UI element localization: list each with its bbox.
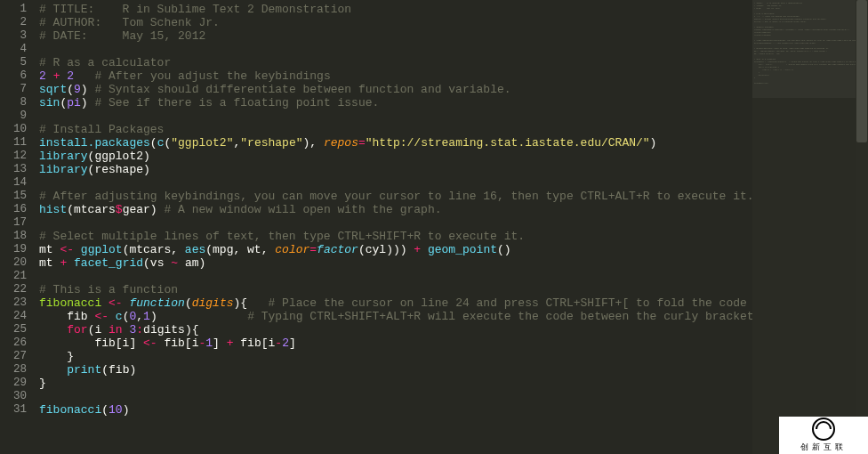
code-line[interactable]: sin(pi) # See if there is a floating poi… (39, 96, 752, 109)
watermark-logo-icon (812, 418, 835, 441)
token: (reshape) (88, 163, 150, 176)
line-number: 21 (5, 270, 27, 283)
token: <- (94, 310, 108, 323)
line-number: 11 (5, 136, 27, 150)
code-line[interactable]: mt + facet_grid(vs ~ am) (39, 256, 752, 270)
token: (vs (143, 256, 171, 270)
code-line[interactable]: # TITLE: R in Sublime Text 2 Demonstrati… (39, 3, 752, 16)
token: function (129, 296, 184, 310)
code-line[interactable]: sqrt(9) # Syntax should differentiate be… (39, 83, 752, 96)
token: <- (60, 243, 74, 256)
token: fibonacci (39, 403, 101, 417)
token: + (414, 243, 421, 256)
token: # Select multiple lines of text, then ty… (39, 230, 525, 243)
token: ) (81, 96, 95, 109)
token: ( (101, 403, 108, 417)
token: "http://streaming.stat.iastate.edu/CRAN/… (366, 136, 650, 150)
vertical-scrollbar[interactable] (856, 0, 868, 454)
token: (mtcars (67, 203, 116, 216)
code-line[interactable]: fibonacci(10) (39, 403, 752, 417)
line-number: 8 (5, 96, 27, 109)
code-line[interactable]: # R as a calculator (39, 56, 752, 69)
token: 2 (282, 336, 289, 350)
code-line[interactable]: library(reshape) (39, 163, 752, 176)
token: # Syntax should differentiate between fu… (94, 83, 510, 96)
line-number: 27 (5, 350, 27, 363)
line-number-gutter: 1234567891011121314151617181920212223242… (0, 0, 34, 454)
token: = (358, 136, 366, 150)
line-number: 31 (5, 403, 27, 417)
code-line[interactable]: # AUTHOR: Tom Schenk Jr. (39, 16, 752, 29)
scrollbar-thumb[interactable] (856, 0, 867, 142)
token: gear) (123, 203, 165, 216)
token: - (275, 336, 282, 350)
code-line[interactable]: print(fib) (39, 363, 752, 377)
token: ggplot (81, 243, 123, 256)
code-line[interactable]: # DATE: May 15, 2012 (39, 29, 752, 43)
line-number: 7 (5, 83, 27, 96)
code-line[interactable]: fibonacci <- function(digits){ # Place t… (39, 296, 752, 310)
code-line[interactable] (39, 43, 752, 56)
token: # This is a function (39, 283, 178, 296)
line-number: 15 (5, 190, 27, 203)
token: pi (67, 96, 81, 109)
line-number: 3 (5, 29, 27, 43)
code-line[interactable]: mt <- ggplot(mtcars, aes(mpg, wt, color=… (39, 243, 752, 256)
line-number: 6 (5, 69, 27, 83)
token: library (39, 150, 88, 163)
token: ){ (234, 296, 269, 310)
line-number: 30 (5, 390, 27, 403)
code-line[interactable]: } (39, 377, 752, 390)
token: , (136, 310, 143, 323)
token: ] (213, 336, 227, 350)
line-number: 13 (5, 163, 27, 176)
token: # After you adjust the keybindings (94, 69, 330, 83)
token: facet_grid (74, 256, 143, 270)
code-line[interactable]: install.packages(c("ggplot2","reshape"),… (39, 136, 752, 150)
line-number: 23 (5, 296, 27, 310)
line-number: 16 (5, 203, 27, 216)
token: ) (650, 136, 657, 150)
code-area[interactable]: # TITLE: R in Sublime Text 2 Demonstrati… (34, 0, 752, 454)
token: ) (123, 403, 130, 417)
code-line[interactable]: # Install Packages (39, 123, 752, 136)
token (108, 310, 116, 323)
token: 9 (74, 83, 81, 96)
code-line[interactable]: 2 + 2 # After you adjust the keybindings (39, 69, 752, 83)
token: ) (81, 83, 95, 96)
line-number: 19 (5, 243, 27, 256)
code-line[interactable]: } (39, 350, 752, 363)
token (67, 256, 74, 270)
token: fib (39, 310, 94, 323)
code-line[interactable]: fib <- c(0,1) # Typing CTRL+SHIFT+ALT+R … (39, 310, 752, 323)
token: for (67, 323, 87, 336)
code-line[interactable] (39, 216, 752, 230)
token (74, 69, 94, 83)
code-line[interactable]: for(i in 3:digits){ (39, 323, 752, 336)
line-number: 17 (5, 216, 27, 230)
minimap[interactable]: # TITLE: R in Sublime Text 2 Demonstrati… (752, 0, 868, 454)
code-line[interactable]: hist(mtcars$gear) # A new window will op… (39, 203, 752, 216)
token: = (309, 243, 317, 256)
code-line[interactable]: fib[i] <- fib[i-1] + fib[i-2] (39, 336, 752, 350)
token: () (497, 243, 511, 256)
token: 2 (67, 69, 74, 83)
token: c (116, 310, 123, 323)
code-line[interactable]: # Select multiple lines of text, then ty… (39, 230, 752, 243)
code-line[interactable]: library(ggplot2) (39, 150, 752, 163)
code-line[interactable]: # After adjusting keybindings, you can m… (39, 190, 752, 203)
token: print (67, 363, 101, 377)
code-line[interactable] (39, 176, 752, 190)
code-line[interactable] (39, 270, 752, 283)
token (39, 363, 67, 377)
token: (i (88, 323, 108, 336)
code-line[interactable]: # This is a function (39, 283, 752, 296)
code-line[interactable] (39, 390, 752, 403)
minimap-viewport[interactable] (752, 0, 868, 98)
line-number: 26 (5, 336, 27, 350)
code-line[interactable] (39, 109, 752, 123)
token: # Typing CTRL+SHIFT+ALT+R will execute t… (247, 310, 752, 323)
token (39, 323, 67, 336)
token: } (39, 350, 74, 363)
token: <- (143, 336, 157, 350)
